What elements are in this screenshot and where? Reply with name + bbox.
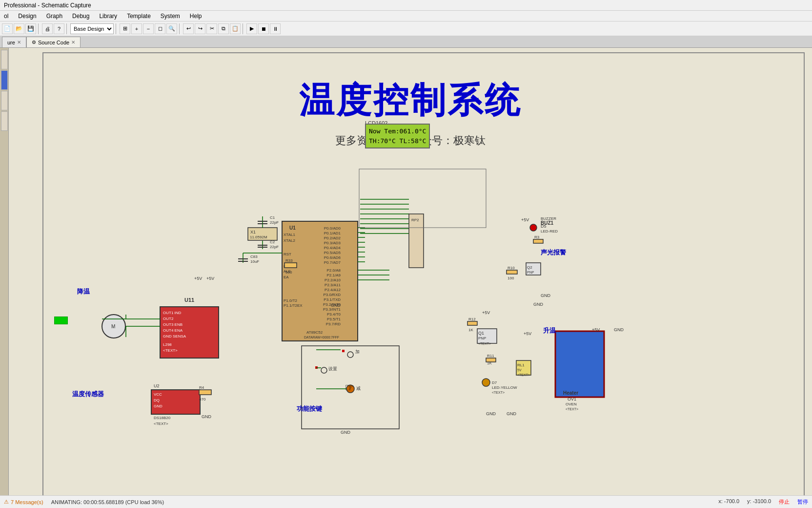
svg-text:500: 500	[285, 270, 292, 275]
tabs-bar: ure ✕ ⚙ Source Code ✕	[0, 36, 812, 48]
svg-text:LED-YELLOW: LED-YELLOW	[492, 385, 517, 390]
svg-text:OUT2: OUT2	[163, 317, 174, 321]
tab-source-code-label: Source Code	[38, 40, 69, 45]
toolbar-pause[interactable]: ⏸	[270, 23, 281, 34]
svg-text:R12: R12	[468, 317, 476, 321]
side-btn-1[interactable]	[1, 50, 8, 69]
toolbar-redo[interactable]: ↪	[195, 23, 205, 34]
svg-text:DQ: DQ	[154, 398, 160, 402]
lcd-display: Now Tem:061.0°C TH:70°C TL:58°C	[365, 124, 430, 148]
svg-text:P3.3/INT1: P3.3/INT1	[323, 307, 341, 312]
toolbar-undo[interactable]: ↩	[183, 23, 194, 34]
menu-design[interactable]: Design	[16, 12, 38, 21]
svg-text:PNP: PNP	[478, 336, 486, 340]
svg-text:EA: EA	[284, 275, 289, 279]
svg-text:GND: GND	[614, 327, 624, 332]
stop-btn[interactable]: 停止	[779, 498, 790, 506]
menu-library[interactable]: Library	[97, 12, 119, 21]
svg-rect-118	[507, 270, 517, 274]
svg-text:100: 100	[508, 276, 514, 280]
tab-source-code[interactable]: ⚙ Source Code ✕	[26, 37, 81, 47]
svg-text:1K: 1K	[487, 361, 492, 365]
menu-template[interactable]: Template	[125, 12, 153, 21]
svg-text:减: 减	[356, 386, 361, 391]
svg-text:10uF: 10uF	[250, 259, 259, 264]
label-shengwen: 升温	[543, 326, 556, 335]
svg-text:U11: U11	[184, 297, 194, 303]
menu-help[interactable]: Help	[188, 12, 204, 21]
svg-text:RP2: RP2	[411, 218, 419, 222]
svg-text:LED-RED: LED-RED	[541, 229, 558, 233]
toolbar-zoom-in[interactable]: +	[131, 23, 142, 34]
svg-text:DS18B20: DS18B20	[154, 416, 171, 420]
svg-text:P0.1/AD1: P0.1/AD1	[324, 231, 341, 235]
side-btn-2[interactable]	[1, 70, 8, 90]
schematic-canvas[interactable]: U1 XTAL1 XTAL2 RST PSEN ALE EA P1.0/T2 P…	[9, 48, 812, 495]
svg-text:Q1: Q1	[478, 331, 484, 336]
menu-ol[interactable]: ol	[2, 12, 10, 21]
status-warning: ⚠ 7 Message(s)	[4, 499, 43, 505]
svg-text:BUZ1: BUZ1	[541, 220, 554, 226]
toolbar-paste[interactable]: 📋	[230, 23, 241, 34]
tab-ure-close[interactable]: ✕	[17, 40, 21, 45]
svg-text:22pF: 22pF	[270, 245, 279, 249]
svg-rect-140	[555, 331, 604, 397]
svg-text:GND: GND	[331, 303, 341, 308]
toolbar-run[interactable]: ▶	[246, 23, 257, 34]
svg-text:RST: RST	[284, 252, 291, 256]
toolbar-stop[interactable]: ⏹	[258, 23, 269, 34]
toolbar-print[interactable]: 🖨	[42, 23, 53, 34]
toolbar-cut[interactable]: ✂	[206, 23, 217, 34]
menu-debug[interactable]: Debug	[70, 12, 91, 21]
svg-text:P2.4/A12: P2.4/A12	[325, 288, 341, 292]
toolbar-new[interactable]: 📄	[2, 23, 13, 34]
main-area: U1 XTAL1 XTAL2 RST PSEN ALE EA P1.0/T2 P…	[0, 48, 812, 495]
toolbar-copy[interactable]: ⧉	[218, 23, 229, 34]
tab-source-code-close[interactable]: ✕	[71, 40, 75, 45]
svg-text:470: 470	[199, 397, 206, 402]
svg-text:GND: GND	[341, 430, 351, 435]
svg-text:L298: L298	[163, 342, 172, 347]
svg-text:Q2: Q2	[527, 265, 532, 270]
svg-text:C83: C83	[250, 254, 258, 259]
svg-text:R11: R11	[487, 354, 494, 358]
svg-text:AT89C52: AT89C52	[306, 330, 323, 335]
menu-system[interactable]: System	[159, 12, 182, 21]
toolbar-zoom-fit[interactable]: ◻	[155, 23, 165, 34]
menu-graph[interactable]: Graph	[44, 12, 64, 21]
svg-text:<TEXT>: <TEXT>	[154, 422, 168, 426]
design-select[interactable]: Base Design	[70, 23, 114, 34]
svg-text:P2.3/A11: P2.3/A11	[325, 283, 341, 287]
svg-text:GND: GND	[154, 404, 162, 408]
animating-status: ANIMATING: 00:00:55.688189 (CPU load 36%…	[51, 499, 164, 505]
tab-ure[interactable]: ure ✕	[2, 37, 26, 47]
svg-text:OV1: OV1	[568, 397, 576, 402]
svg-text:加: 加	[355, 349, 360, 354]
svg-text:P3.1/TXD: P3.1/TXD	[324, 297, 341, 302]
tab-source-code-icon: ⚙	[32, 40, 36, 45]
svg-text:<TEXT>: <TEXT>	[566, 407, 578, 411]
svg-text:1K: 1K	[468, 328, 473, 332]
sep1	[38, 23, 40, 34]
svg-text:X1: X1	[250, 230, 256, 234]
svg-text:11.0592M: 11.0592M	[250, 235, 267, 239]
svg-text:OUT4  ENA: OUT4 ENA	[163, 328, 183, 333]
toolbar-grid[interactable]: ⊞	[120, 23, 130, 34]
toolbar-zoom-out[interactable]: −	[143, 23, 154, 34]
pause-btn[interactable]: 暂停	[797, 498, 808, 506]
status-bar: ⚠ 7 Message(s) ANIMATING: 00:00:55.68818…	[0, 495, 812, 508]
svg-text:M: M	[111, 324, 115, 329]
menu-bar: ol Design Graph Debug Library Template S…	[0, 11, 812, 21]
side-btn-4[interactable]	[1, 111, 8, 131]
toolbar-zoom-area[interactable]: 🔍	[166, 23, 177, 34]
side-btn-3[interactable]	[1, 91, 8, 110]
toolbar-save[interactable]: 💾	[25, 23, 36, 34]
side-panel	[0, 48, 9, 495]
svg-text:+5V: +5V	[482, 310, 490, 315]
svg-text:VCC: VCC	[154, 392, 162, 397]
svg-text:C1: C1	[270, 215, 275, 220]
svg-rect-154	[342, 350, 345, 352]
toolbar-help[interactable]: ?	[54, 23, 64, 34]
green-indicator	[54, 317, 68, 324]
toolbar-open[interactable]: 📂	[14, 23, 24, 34]
